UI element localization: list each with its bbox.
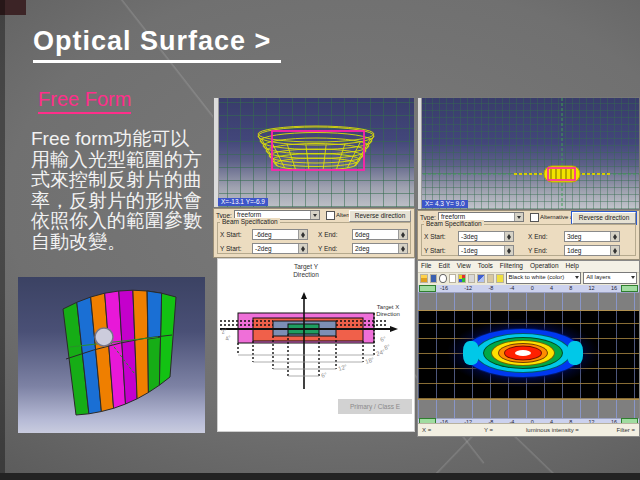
toolbar: Black to white (color) All layers — [418, 271, 639, 286]
y-start-field[interactable]: -2deg — [252, 243, 308, 254]
layers-select[interactable]: All layers — [583, 272, 637, 284]
body-line: 自動改變。 — [31, 232, 219, 253]
spinner-icon[interactable] — [504, 232, 513, 241]
alternative-algorithm-checkbox[interactable] — [326, 211, 335, 220]
tick: 12 — [589, 285, 595, 292]
viewport-3d-mid[interactable]: X=-13.1 Y=-6.9 — [213, 97, 415, 208]
y-end-field[interactable]: 1deg — [564, 245, 620, 256]
one-to-one-icon[interactable] — [449, 274, 457, 283]
cursor-coords: X=-13.1 Y=-6.9 — [218, 198, 268, 206]
copy-icon[interactable] — [468, 274, 476, 283]
spinner-icon[interactable] — [298, 244, 307, 253]
chevron-down-icon[interactable] — [310, 211, 319, 219]
spinner-icon[interactable] — [504, 246, 513, 255]
color-scale-select[interactable]: Black to white (color) — [506, 272, 582, 284]
primary-class-e-button[interactable]: Primary / Class E — [338, 399, 412, 414]
chevron-down-icon[interactable] — [514, 213, 523, 221]
x-start-field[interactable]: -6deg — [252, 229, 308, 240]
range-tab[interactable] — [419, 285, 436, 292]
body-line: 式來控制反射片的曲 — [31, 170, 219, 191]
cad-surface-image — [18, 277, 205, 433]
freeform-dialog-right: Type: freeform Alternative algorithm (Be… — [417, 210, 640, 260]
intensity-canvas[interactable] — [418, 293, 639, 418]
open-icon[interactable] — [420, 274, 428, 283]
body-line: 用輸入光型範圍的方 — [31, 150, 219, 171]
type-value: freeform — [237, 211, 261, 218]
tick: 4 — [550, 285, 553, 292]
palette-icon[interactable] — [458, 274, 466, 283]
manipulator-handle[interactable] — [95, 328, 113, 346]
ruler-top: -16-12-8-40481216 — [418, 285, 639, 293]
tick: 16 — [611, 285, 617, 292]
intensity-viewer-window: File Edit View Tools Filtering Operation… — [417, 260, 640, 437]
contour-peak — [515, 350, 531, 356]
freeform-dialog-mid: Type: freeform Alternative algorithm (Be… — [213, 208, 415, 258]
dim-4deg: 4° — [224, 334, 232, 342]
zoom-icon[interactable] — [439, 274, 447, 283]
dim-right-6deg: 6° — [379, 335, 387, 343]
contour-side-lobe-left — [463, 341, 479, 365]
body-text: Free form功能可以 用輸入光型範圍的方 式來控制反射片的曲 率，反射片的… — [31, 129, 219, 252]
y-end-value: 2deg — [355, 245, 369, 252]
layers-value: All layers — [586, 274, 610, 280]
y-end-label: Y End: — [528, 246, 547, 255]
target-range-diagram: Target Y Direction Target X Direction — [217, 258, 415, 432]
spinner-icon[interactable] — [610, 246, 619, 255]
y-start-value: -2deg — [255, 245, 272, 252]
reverse-direction-button[interactable]: Reverse direction — [572, 212, 636, 224]
tick: -4 — [510, 285, 515, 292]
small-reflector — [418, 98, 640, 210]
freeform-label: Free Form — [38, 88, 131, 114]
viewport-scrollbar[interactable] — [418, 98, 422, 209]
beam-specification-title: Beam Specification — [220, 218, 280, 226]
y-end-value: 1deg — [567, 247, 581, 254]
y-start-label: Y Start: — [220, 244, 242, 253]
y-end-label: Y End: — [318, 244, 337, 253]
ruler-icon[interactable] — [487, 274, 495, 283]
x-end-field[interactable]: 3deg — [564, 231, 620, 242]
range-tab[interactable] — [621, 285, 638, 292]
y-start-value: -1deg — [461, 247, 478, 254]
status-intensity: luminous intensity = — [526, 427, 579, 433]
target-y-label-1: Target Y — [294, 263, 319, 271]
body-line: Free form功能可以 — [31, 129, 219, 150]
slide-left-edge — [0, 0, 5, 480]
viewport-3d-right[interactable]: X= 4.3 Y= 9.0 — [417, 97, 640, 210]
viewport-scrollbar[interactable] — [214, 98, 219, 207]
reverse-direction-button[interactable]: Reverse direction — [349, 210, 411, 222]
status-x: X = — [422, 427, 431, 433]
spinner-icon[interactable] — [298, 230, 307, 239]
color-scale-value: Black to white (color) — [509, 274, 565, 280]
body-line: 依照你入的範圍參數 — [31, 211, 219, 232]
tick: -16 — [440, 285, 448, 292]
tick: -12 — [464, 285, 472, 292]
tick: 8 — [569, 285, 572, 292]
y-start-label: Y Start: — [424, 246, 446, 255]
spinner-icon[interactable] — [398, 244, 407, 253]
x-start-value: -3deg — [461, 233, 478, 240]
alternative-algorithm-checkbox[interactable] — [530, 213, 539, 222]
spinner-icon[interactable] — [398, 230, 407, 239]
chart-icon[interactable] — [477, 274, 485, 283]
freeform-surface-graphic — [18, 277, 205, 433]
slide-bottom-edge — [0, 473, 640, 480]
filter-tree-icon[interactable] — [496, 274, 504, 283]
x-end-field[interactable]: 6deg — [352, 229, 408, 240]
status-y: Y = — [484, 427, 493, 433]
type-value: freeform — [441, 213, 465, 220]
cursor-coords: X= 4.3 Y= 9.0 — [422, 200, 468, 208]
x-start-label: X Start: — [424, 232, 446, 241]
spinner-icon[interactable] — [610, 232, 619, 241]
y-start-field[interactable]: -1deg — [458, 245, 514, 256]
target-y-label-2: Direction — [293, 271, 319, 278]
dim-18deg: 18° — [364, 356, 375, 365]
save-icon[interactable] — [430, 274, 438, 283]
x-end-value: 3deg — [567, 233, 581, 240]
x-start-field[interactable]: -3deg — [458, 231, 514, 242]
y-end-field[interactable]: 2deg — [352, 243, 408, 254]
beam-specification-title: Beam Specification — [424, 220, 484, 228]
wireframe-reflector — [214, 98, 415, 208]
dim-12deg: 12° — [337, 363, 348, 372]
viewer-statusbar: X = Y = luminous intensity = Filter = — [418, 423, 639, 436]
tick: -8 — [488, 285, 493, 292]
